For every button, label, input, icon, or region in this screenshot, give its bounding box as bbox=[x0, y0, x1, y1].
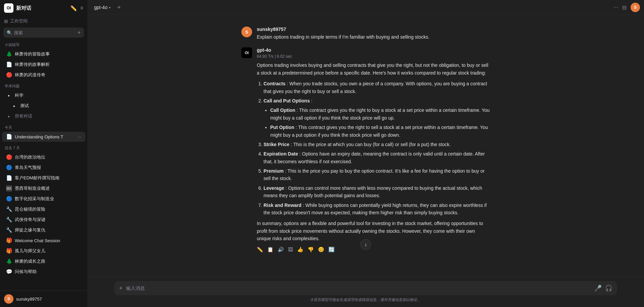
volume-action-icon[interactable]: 🔊 bbox=[278, 247, 284, 253]
scroll-down-button[interactable]: ↓ bbox=[360, 239, 371, 250]
top-right-icons: ··· ⊟ S bbox=[614, 3, 640, 12]
all-chats-label: 所有对话 bbox=[15, 113, 81, 119]
science-icon: ▸ bbox=[6, 92, 12, 98]
digital-icon: 🔵 bbox=[6, 196, 12, 202]
model-name: gpt-4o bbox=[94, 5, 108, 10]
emoji-action-icon[interactable]: 😊 bbox=[318, 247, 324, 253]
ai-sub-call: Call Option : This contract gives you th… bbox=[270, 106, 490, 122]
section-novel: 小说续写 bbox=[0, 39, 87, 49]
user-message-row: S sunsky89757 Explain options trading in… bbox=[214, 23, 517, 44]
sidebar: OI 新对话 ✏️ ≡ ⊞ 工作空间 🔍 + 小说续写 🌲 林萧传的冒险故事 📄… bbox=[0, 0, 87, 307]
sidebar-item-all-chats[interactable]: ▸ 所有对话 bbox=[2, 111, 85, 121]
edit-icon[interactable]: ✏️ bbox=[70, 5, 77, 11]
shitu-label: 师徒之缘与复仇 bbox=[15, 227, 81, 233]
understanding-icon: 📄 bbox=[6, 134, 12, 140]
sidebar-item-digital[interactable]: 🔵 数字化招采与制造业 bbox=[2, 194, 85, 204]
menu-icon[interactable]: ≡ bbox=[80, 5, 83, 11]
novel2-icon: 📄 bbox=[6, 61, 12, 68]
sidebar-item-kunlun[interactable]: 🔧 昆仑秘境的冒险 bbox=[2, 204, 85, 214]
linxiao-label: 林箫的成长之路 bbox=[15, 258, 81, 264]
sidebar-item-edm[interactable]: 📄 客户EDM邮件撰写指南 bbox=[2, 173, 85, 183]
greet-icon: 💬 bbox=[6, 269, 12, 275]
sidebar-item-wuxia[interactable]: 🔧 武侠传奇与深谜 bbox=[2, 215, 85, 225]
chat-area: S sunsky89757 Explain options trading in… bbox=[87, 15, 644, 277]
user-message-avatar: S bbox=[241, 27, 252, 37]
thumbup-action-icon[interactable]: 👍 bbox=[297, 247, 304, 253]
understanding-more[interactable]: ··· bbox=[77, 134, 81, 139]
message-input[interactable] bbox=[126, 286, 591, 291]
section-academic: 学术问题 bbox=[0, 80, 87, 90]
novel1-label: 林萧传的冒险故事 bbox=[15, 51, 81, 57]
refresh-action-icon[interactable]: 🔄 bbox=[328, 247, 335, 253]
ai-sublist: Call Option : This contract gives you th… bbox=[264, 106, 490, 139]
thumbdown-action-icon[interactable]: 👎 bbox=[308, 247, 314, 253]
sidebar-item-orphan[interactable]: 🎁 孤儿与师父女儿 bbox=[2, 246, 85, 256]
scroll-down-icon: ↓ bbox=[364, 242, 367, 248]
add-tab-button[interactable]: + bbox=[115, 3, 123, 12]
welcome-icon: 🎁 bbox=[6, 237, 12, 244]
image-action-icon[interactable]: 🖼 bbox=[288, 247, 293, 252]
sidebar-logo: OI bbox=[4, 3, 13, 13]
ai-list-item-7: Risk and Reward : While buying options c… bbox=[264, 202, 490, 217]
taiwan-label: 台湾的政治地位 bbox=[15, 154, 81, 160]
sidebar-header-icons: ✏️ ≡ bbox=[70, 5, 83, 11]
sidebar-item-shitu[interactable]: 🔧 师徒之缘与复仇 bbox=[2, 225, 85, 235]
bottom-username: sunsky89757 bbox=[16, 297, 42, 302]
search-input[interactable] bbox=[14, 30, 76, 35]
novel3-label: 林萧的武道传奇 bbox=[15, 72, 81, 78]
section-past7: 过去 7 天 bbox=[0, 142, 87, 152]
sidebar-item-taiwan[interactable]: 🔴 台湾的政治地位 bbox=[2, 152, 85, 162]
ai-list-item-6: Leverage : Options can control more shar… bbox=[264, 184, 490, 200]
user-message-content: sunsky89757 Explain options trading in s… bbox=[257, 27, 490, 41]
ai-summary: In summary, options are a flexible and p… bbox=[257, 220, 490, 242]
workspace-bar[interactable]: ⊞ 工作空间 bbox=[0, 16, 87, 26]
qingdao-label: 青岛天气预报 bbox=[15, 165, 81, 171]
model-chevron-icon: ▾ bbox=[109, 6, 111, 9]
sidebar-item-novel3[interactable]: 🔴 林萧的武道传奇 bbox=[2, 70, 85, 80]
ai-message-text: Options trading involves buying and sell… bbox=[257, 61, 490, 242]
voice-button[interactable]: 🎤 bbox=[594, 284, 602, 292]
ai-message-avatar: OI bbox=[241, 47, 252, 58]
sidebar-bottom[interactable]: S sunsky89757 bbox=[0, 291, 87, 307]
edit-action-icon[interactable]: ✏️ bbox=[257, 247, 263, 253]
split-view-icon[interactable]: ⊟ bbox=[622, 4, 627, 11]
sidebar-item-novel1[interactable]: 🌲 林萧传的冒险故事 bbox=[2, 49, 85, 59]
edm-label: 客户EDM邮件撰写指南 bbox=[15, 175, 81, 181]
greet-label: 问候与帮助 bbox=[15, 269, 81, 275]
audio-button[interactable]: 🎧 bbox=[605, 284, 612, 292]
mexico-label: 墨西哥制造业概述 bbox=[15, 185, 81, 191]
mexico-icon: MX bbox=[6, 185, 12, 191]
disclaimer-text: 大语言模型可能会生成误导性或错误信息，请对关键信息加以验证。 bbox=[114, 295, 617, 303]
model-selector[interactable]: gpt-4o ▾ bbox=[91, 3, 113, 11]
user-avatar-letter: S bbox=[245, 30, 248, 35]
header-user-avatar[interactable]: S bbox=[631, 3, 640, 12]
sidebar-item-science[interactable]: ▸ 科学 bbox=[2, 90, 85, 100]
main: gpt-4o ▾ + ··· ⊟ S S sunsky89757 Explain… bbox=[87, 0, 644, 307]
user-message-text: Explain options trading in simple terms … bbox=[257, 33, 490, 41]
logo-text: OI bbox=[7, 6, 11, 10]
sidebar-item-understanding[interactable]: 📄 Understanding Options T ··· bbox=[2, 132, 85, 142]
test-label: 测试 bbox=[20, 103, 81, 109]
sidebar-title: 新对话 bbox=[16, 5, 68, 11]
sidebar-item-linxiao[interactable]: 🌲 林箫的成长之路 bbox=[2, 256, 85, 266]
sidebar-item-novel2[interactable]: 📄 林萧传的故事解析 bbox=[2, 59, 85, 70]
add-content-button[interactable]: + bbox=[119, 285, 123, 292]
sidebar-header: OI 新对话 ✏️ ≡ bbox=[0, 0, 87, 16]
ai-list: Contracts : When you trade stocks, you o… bbox=[257, 80, 490, 216]
sidebar-item-greet[interactable]: 💬 问候与帮助 bbox=[2, 267, 85, 277]
sidebar-item-qingdao[interactable]: 🔵 青岛天气预报 bbox=[2, 163, 85, 173]
ai-sender-name: gpt-4o bbox=[257, 47, 490, 53]
sidebar-item-welcome[interactable]: 🎁 Welcome Chat Session bbox=[2, 235, 85, 246]
sidebar-item-mexico[interactable]: MX 墨西哥制造业概述 bbox=[2, 183, 85, 193]
linxiao-icon: 🌲 bbox=[6, 258, 12, 264]
orphan-icon: 🎁 bbox=[6, 248, 12, 254]
more-options-icon[interactable]: ··· bbox=[614, 4, 618, 10]
novel1-icon: 🌲 bbox=[6, 51, 12, 57]
orphan-label: 孤儿与师父女儿 bbox=[15, 248, 81, 254]
wuxia-label: 武侠传奇与深谜 bbox=[15, 217, 81, 223]
search-add-btn[interactable]: + bbox=[78, 30, 81, 36]
copy-action-icon[interactable]: 📋 bbox=[267, 247, 274, 253]
sidebar-item-test[interactable]: ▸ 测试 bbox=[5, 101, 85, 111]
ai-message-content: gpt-4o 64.93 T/s | 6.02 sec Options trad… bbox=[257, 47, 490, 252]
ai-list-item-1: Contracts : When you trade stocks, you o… bbox=[264, 80, 490, 95]
